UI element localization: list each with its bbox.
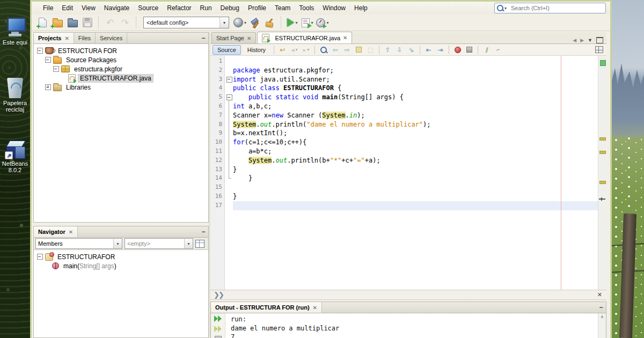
code-line[interactable]: System.out.println(b+"*"+c+"="+a);: [233, 156, 598, 165]
code-line[interactable]: package estructura.pkgfor;: [233, 66, 598, 75]
expander-minus-icon[interactable]: [37, 254, 43, 260]
warning-mark[interactable]: [599, 137, 606, 141]
code-line[interactable]: }: [233, 165, 598, 174]
split-document-button[interactable]: [595, 46, 603, 53]
code-line[interactable]: [233, 201, 598, 210]
tab-list-icon[interactable]: ▼: [588, 38, 592, 43]
close-icon[interactable]: ✕: [69, 229, 73, 235]
editor-tab-start-page[interactable]: Start Page✕: [211, 32, 256, 43]
tree-item[interactable]: Libraries: [34, 83, 208, 92]
members-filter-select[interactable]: Members ▾: [35, 238, 122, 249]
back-button[interactable]: ◂▾: [289, 45, 299, 55]
code-line[interactable]: [233, 57, 598, 66]
desktop-icon-this-pc[interactable]: Este equi: [0, 16, 30, 46]
quick-search[interactable]: ▾: [494, 3, 606, 13]
tab-files[interactable]: Files: [74, 33, 96, 43]
menu-tools[interactable]: Tools: [295, 3, 318, 13]
minimize-button[interactable]: −: [199, 226, 208, 237]
output-console[interactable]: run:dame el numero a multiplicar7: [225, 313, 598, 338]
code-line[interactable]: Scanner x=new Scanner (System.in);: [233, 111, 598, 120]
rerun-with-args-button[interactable]: [214, 326, 222, 333]
new-project-button[interactable]: [51, 16, 64, 29]
toggle-highlight-button[interactable]: [354, 45, 364, 55]
clean-build-button[interactable]: [264, 16, 276, 29]
find-next-button[interactable]: ⇨: [342, 45, 352, 55]
close-icon[interactable]: ✕: [247, 35, 251, 41]
comment-button[interactable]: ∥: [481, 45, 492, 55]
code-line[interactable]: public static void main(String[] args) {: [233, 93, 598, 102]
open-project-button[interactable]: [66, 16, 79, 29]
save-all-button[interactable]: [81, 16, 94, 29]
build-project-button[interactable]: [248, 16, 261, 29]
error-stripe[interactable]: [598, 56, 606, 290]
output-scrollbar[interactable]: ∧: [598, 313, 606, 338]
search-input[interactable]: [510, 4, 603, 12]
start-macro-button[interactable]: [452, 45, 463, 55]
stop-build-button[interactable]: [215, 336, 222, 338]
expander-plus-icon[interactable]: [45, 84, 51, 90]
new-file-button[interactable]: [36, 16, 49, 29]
minimize-button[interactable]: −: [596, 302, 606, 313]
redo-button[interactable]: ↷: [119, 16, 131, 29]
menu-file[interactable]: File: [39, 3, 57, 13]
set-configuration-button[interactable]: ▾: [233, 16, 246, 29]
menu-window[interactable]: Window: [319, 3, 349, 13]
expander-minus-icon[interactable]: [45, 57, 51, 63]
menu-profile[interactable]: Profile: [244, 3, 270, 13]
run-project-button[interactable]: ▾: [286, 16, 299, 29]
chevron-down-icon[interactable]: ▾: [504, 6, 507, 11]
previous-bookmark-button[interactable]: ⇧: [383, 45, 393, 55]
fold-minus-icon[interactable]: [226, 94, 232, 100]
close-icon[interactable]: ✕: [343, 35, 347, 41]
last-edit-location-button[interactable]: ↩: [277, 45, 288, 55]
menu-navigate[interactable]: Navigate: [100, 3, 133, 13]
profile-project-button[interactable]: ▾: [316, 16, 329, 29]
tree-item[interactable]: estructura.pkgfor: [34, 64, 208, 74]
next-bookmark-button[interactable]: ⇩: [394, 45, 405, 55]
code-editor[interactable]: 1234567891011121314151617 package estruc…: [210, 56, 606, 290]
find-selection-button[interactable]: [318, 45, 328, 55]
shift-right-button[interactable]: ⇥: [435, 45, 445, 55]
uncomment-button[interactable]: ⌐: [493, 45, 503, 55]
desktop-icon-netbeans[interactable]: ↗ NetBeans8.0.2: [0, 141, 30, 173]
fold-minus-icon[interactable]: [226, 77, 232, 83]
forward-button[interactable]: ▸▾: [301, 45, 311, 55]
find-previous-button[interactable]: ⇦: [330, 45, 340, 55]
menu-edit[interactable]: Edit: [58, 3, 77, 13]
code-line[interactable]: }: [233, 174, 598, 183]
code-fold-column[interactable]: [225, 56, 233, 290]
tree-item[interactable]: ESTRUCTURAFOR.java: [34, 74, 208, 83]
menu-view[interactable]: View: [78, 3, 99, 13]
code-lines[interactable]: package estructura.pkgfor;import java.ut…: [233, 56, 598, 290]
close-icon[interactable]: ✕: [64, 35, 69, 41]
editor-tab-estructurafor-java[interactable]: ESTRUCTURAFOR.java✕: [257, 32, 352, 43]
source-view-button[interactable]: Source: [213, 45, 241, 55]
maximize-window-icon[interactable]: [596, 37, 603, 43]
tab-navigator[interactable]: Navigator✕: [34, 226, 78, 237]
chevron-right-icon[interactable]: ❯❯: [214, 291, 223, 299]
tab-output[interactable]: Output - ESTRUCTURA FOR (run) ✕: [211, 302, 322, 313]
code-line[interactable]: [233, 183, 598, 192]
toggle-bookmark-button[interactable]: ⇘: [406, 45, 416, 55]
config-select[interactable]: <default config> ▾: [143, 17, 229, 28]
code-line[interactable]: System.out.println("dame el numero a mul…: [233, 120, 598, 129]
tab-services[interactable]: Services: [96, 33, 127, 43]
code-line[interactable]: import java.util.Scanner;: [233, 75, 598, 84]
scroll-tabs-right-icon[interactable]: ▶: [580, 38, 584, 43]
desktop-icon-recycle-bin[interactable]: Papelerareciclaj: [0, 78, 30, 113]
debug-project-button[interactable]: ▾: [301, 16, 314, 29]
history-view-button[interactable]: History: [243, 45, 270, 55]
menu-source[interactable]: Source: [134, 3, 162, 13]
tree-item[interactable]: ESTRUCTURAFOR: [34, 252, 208, 261]
tree-item[interactable]: ESTRUCTURA FOR: [34, 46, 208, 55]
warning-mark[interactable]: [599, 151, 606, 154]
code-line[interactable]: b=x.nextInt();: [233, 129, 598, 138]
expander-minus-icon[interactable]: [37, 48, 43, 54]
scroll-tabs-left-icon[interactable]: ◀: [573, 38, 576, 43]
code-line[interactable]: a=b*c;: [233, 147, 598, 156]
rectangular-selection-button[interactable]: ⬚: [365, 45, 376, 55]
scroll-up-icon[interactable]: ∧: [601, 313, 604, 319]
inherited-members-icon[interactable]: [195, 240, 204, 248]
warning-mark[interactable]: [599, 181, 606, 184]
expander-minus-icon[interactable]: [53, 66, 59, 72]
